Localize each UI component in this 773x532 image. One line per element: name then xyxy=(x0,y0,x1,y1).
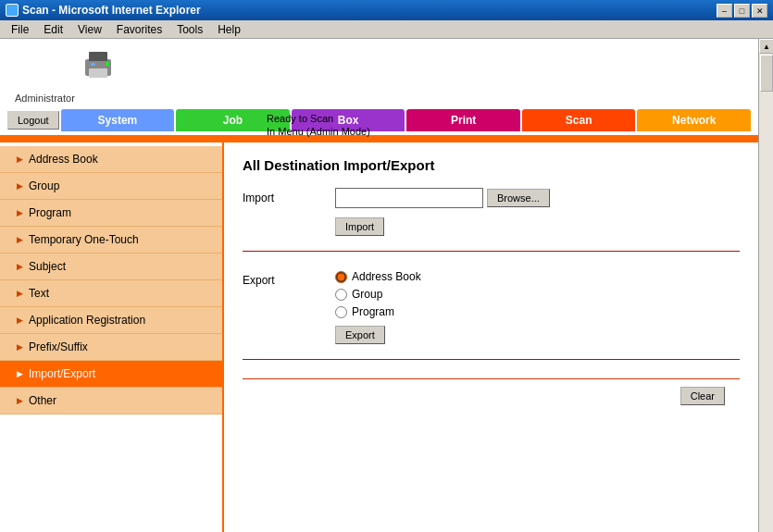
menu-bar: File Edit View Favorites Tools Help xyxy=(0,20,773,39)
main-panel: All Destination Import/Export Import Bro… xyxy=(224,142,758,532)
sidebar: Address Book Group Program Temporary One… xyxy=(0,142,224,532)
menu-help[interactable]: Help xyxy=(210,21,248,38)
status-mode: In Menu (Admin Mode) xyxy=(267,126,370,137)
export-content: Address Book Group Program Export xyxy=(335,270,740,344)
sidebar-item-group[interactable]: Group xyxy=(0,173,222,200)
radio-program[interactable]: Program xyxy=(335,305,740,318)
menu-file[interactable]: File xyxy=(4,21,36,38)
sidebar-item-application-registration[interactable]: Application Registration xyxy=(0,307,222,334)
status-ready: Ready to Scan xyxy=(267,113,370,124)
radio-group-input[interactable] xyxy=(335,289,347,301)
svg-rect-3 xyxy=(91,63,95,66)
import-label: Import xyxy=(243,188,335,204)
radio-program-label: Program xyxy=(352,305,394,318)
sidebar-item-prefix-suffix[interactable]: Prefix/Suffix xyxy=(0,334,222,361)
tab-print[interactable]: Print xyxy=(406,109,520,131)
sidebar-item-temporary-one-touch[interactable]: Temporary One-Touch xyxy=(0,227,222,254)
menu-view[interactable]: View xyxy=(70,21,109,38)
title-bar: Scan - Microsoft Internet Explorer – □ ✕ xyxy=(0,0,773,20)
tab-scan[interactable]: Scan xyxy=(522,109,636,131)
svg-point-4 xyxy=(106,62,109,66)
close-button[interactable]: ✕ xyxy=(752,4,767,18)
export-section: Export Address Book Group xyxy=(243,270,740,360)
import-row: Browse... xyxy=(335,188,740,208)
radio-address-book-label: Address Book xyxy=(352,270,421,283)
admin-label: Administrator xyxy=(15,93,75,104)
scrollbar[interactable]: ▲ ▼ xyxy=(758,39,773,532)
printer-icon xyxy=(80,46,117,83)
maximize-button[interactable]: □ xyxy=(734,4,750,18)
header-area: Ready to Scan In Menu (Admin Mode) xyxy=(0,39,758,91)
window-controls: – □ ✕ xyxy=(717,4,767,18)
tab-system[interactable]: System xyxy=(61,109,175,131)
import-button[interactable]: Import xyxy=(335,217,384,236)
browse-button[interactable]: Browse... xyxy=(487,189,550,207)
menu-favorites[interactable]: Favorites xyxy=(109,21,169,38)
window-title: Scan - Microsoft Internet Explorer xyxy=(22,4,201,17)
minimize-button[interactable]: – xyxy=(717,4,732,18)
export-button[interactable]: Export xyxy=(335,326,385,344)
scroll-up-button[interactable]: ▲ xyxy=(759,39,773,54)
import-file-input[interactable] xyxy=(335,188,483,208)
browser-icon xyxy=(6,4,19,17)
sidebar-item-program[interactable]: Program xyxy=(0,200,222,227)
clear-area: Clear xyxy=(243,378,740,413)
menu-tools[interactable]: Tools xyxy=(169,21,210,38)
clear-button[interactable]: Clear xyxy=(680,387,725,405)
svg-rect-2 xyxy=(89,68,107,78)
sidebar-item-import-export[interactable]: Import/Export xyxy=(0,361,222,388)
radio-address-book[interactable]: Address Book xyxy=(335,270,740,283)
radio-program-input[interactable] xyxy=(335,306,347,318)
import-content: Browse... Import xyxy=(335,188,740,236)
sidebar-item-text[interactable]: Text xyxy=(0,280,222,307)
export-radio-group: Address Book Group Program xyxy=(335,270,740,318)
scrollbar-track[interactable] xyxy=(759,54,773,532)
tab-network[interactable]: Network xyxy=(637,109,751,131)
logout-button[interactable]: Logout xyxy=(7,111,59,130)
radio-address-book-input[interactable] xyxy=(335,271,347,283)
sidebar-item-subject[interactable]: Subject xyxy=(0,254,222,280)
radio-group[interactable]: Group xyxy=(335,288,740,301)
nav-tabs: Logout System Job Box Print Scan Network xyxy=(0,105,758,135)
sidebar-item-other[interactable]: Other xyxy=(0,388,222,414)
panel-title: All Destination Import/Export xyxy=(243,157,740,173)
menu-edit[interactable]: Edit xyxy=(36,21,70,38)
admin-bar: Administrator xyxy=(0,91,758,105)
orange-bar xyxy=(0,135,758,142)
printer-icon-area: Ready to Scan In Menu (Admin Mode) xyxy=(80,46,117,83)
import-section: Import Browse... Import xyxy=(243,188,740,252)
content-area: Address Book Group Program Temporary One… xyxy=(0,142,758,532)
scrollbar-thumb[interactable] xyxy=(760,55,773,92)
export-label: Export xyxy=(243,270,335,287)
radio-group-label: Group xyxy=(352,288,382,301)
sidebar-item-address-book[interactable]: Address Book xyxy=(0,146,222,173)
svg-rect-1 xyxy=(89,52,107,61)
